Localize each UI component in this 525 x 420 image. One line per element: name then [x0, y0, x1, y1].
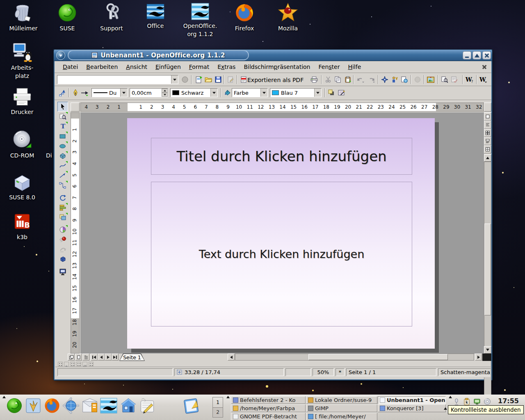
- close-button[interactable]: [482, 51, 491, 59]
- hidden-desktop-icon-partial-label[interactable]: Di: [46, 152, 52, 159]
- tasklist-scroll-icon[interactable]: [444, 407, 447, 410]
- taskbar-window-button[interactable]: /home/Meyer/Farbpa: [231, 404, 306, 412]
- stop-loading-icon[interactable]: [180, 75, 189, 84]
- effects-tool[interactable]: [57, 225, 68, 235]
- menu-item[interactable]: Bildschirmpräsentation: [240, 62, 314, 71]
- horizontal-scrollbar[interactable]: [235, 354, 474, 361]
- horizontal-ruler[interactable]: 4321123456789101112131415161718192021222…: [80, 103, 484, 112]
- openoffice-launcher[interactable]: [99, 396, 118, 415]
- connector-tool[interactable]: [57, 180, 68, 190]
- open-document-icon[interactable]: [204, 75, 213, 84]
- page-tab[interactable]: Seite 1: [119, 354, 145, 361]
- hscroll-right-button[interactable]: [475, 354, 482, 361]
- desktop-icon-k3b[interactable]: B k3b: [4, 211, 40, 241]
- line-color-select[interactable]: Schwarz: [170, 88, 218, 97]
- status-zoom-segment[interactable]: 50%: [313, 368, 334, 376]
- home-folder-launcher[interactable]: [119, 396, 138, 415]
- menu-item[interactable]: Format: [185, 62, 213, 71]
- spin-up-icon[interactable]: [162, 89, 168, 93]
- input-device-tray-icon[interactable]: [452, 397, 461, 406]
- page-mode-button[interactable]: [68, 354, 75, 361]
- slide-page[interactable]: Titel durch Klicken hinzufügen Text durc…: [127, 118, 435, 349]
- guides-icon[interactable]: [76, 362, 81, 366]
- desktop-icon-arbeitsplatz[interactable]: Arbeits- platz: [4, 41, 40, 80]
- window-resize-grip[interactable]: [482, 354, 491, 361]
- new-presentation-icon[interactable]: [194, 75, 203, 84]
- menu-item[interactable]: Bearbeiten: [82, 62, 122, 71]
- konqueror-launcher[interactable]: [62, 396, 80, 415]
- kate-launcher[interactable]: [182, 396, 201, 415]
- next-page-button[interactable]: [105, 354, 112, 361]
- save-document-icon[interactable]: [214, 75, 223, 84]
- hyperlink-circle-icon[interactable]: [413, 75, 422, 84]
- fill-type-select[interactable]: Farbe: [232, 88, 268, 97]
- status-template-segment[interactable]: Schatten-magenta: [438, 368, 491, 376]
- title-placeholder[interactable]: Titel durch Klicken hinzufügen: [151, 138, 412, 175]
- handout-view-button[interactable]: [484, 145, 491, 153]
- w-tool-icon-2[interactable]: W: [479, 75, 488, 84]
- dropdown-arrow-icon[interactable]: [260, 89, 267, 97]
- drawing-view-button[interactable]: [484, 112, 491, 121]
- presentation-tool[interactable]: [57, 267, 68, 276]
- horizontal-scroll-thumb[interactable]: [308, 354, 448, 360]
- menu-item[interactable]: Extras: [213, 62, 240, 71]
- last-page-button[interactable]: [112, 354, 119, 361]
- 3d-objects-tool[interactable]: [57, 151, 68, 161]
- copy-icon[interactable]: [333, 75, 342, 84]
- taskbar-window-button[interactable]: Unbenannt1 - Open: [378, 396, 446, 404]
- window-titlebar[interactable]: Unbenannt1 - OpenOffice.org 1.1.2: [54, 50, 492, 61]
- screen-tray-icon[interactable]: [472, 397, 481, 406]
- desktop-icon-muelleimer[interactable]: Mülleimer: [5, 2, 41, 32]
- kmenu-button[interactable]: [5, 396, 24, 415]
- navigator-icon[interactable]: [380, 75, 389, 84]
- applet-handle-icon[interactable]: [226, 396, 230, 398]
- shadow-toggle-icon[interactable]: [327, 88, 336, 97]
- dropdown-arrow-icon[interactable]: [210, 89, 217, 97]
- url-combobox[interactable]: [57, 75, 178, 84]
- rotation-mode-icon[interactable]: [58, 362, 63, 366]
- snap-object-icon[interactable]: [89, 362, 94, 366]
- master-mode-button[interactable]: [75, 354, 82, 361]
- taskbar-window-button[interactable]: GNOME PDF-Betracht: [231, 413, 306, 420]
- autopilot-icon[interactable]: [390, 75, 399, 84]
- menu-item[interactable]: Ansicht: [122, 62, 151, 71]
- grid-visible-icon[interactable]: [64, 362, 69, 366]
- close-document-icon[interactable]: [482, 64, 487, 70]
- arrange-tool[interactable]: [57, 212, 68, 222]
- first-page-button[interactable]: [91, 354, 98, 361]
- menu-item[interactable]: Datei: [59, 62, 82, 71]
- line-style-select[interactable]: Du: [91, 88, 128, 97]
- curve-tool[interactable]: [57, 161, 68, 171]
- hscroll-left-button[interactable]: [228, 354, 235, 361]
- taskbar-window-button[interactable]: [ file:/home/Meyer/: [306, 413, 377, 420]
- text-tool[interactable]: T: [57, 121, 68, 131]
- desktop-icon-drucker[interactable]: Drucker: [4, 87, 40, 116]
- desktop-icon-support[interactable]: Support: [94, 2, 130, 32]
- outline-view-button[interactable]: [484, 121, 491, 129]
- scroll-up-button[interactable]: [484, 154, 491, 162]
- alignment-tool[interactable]: [57, 203, 68, 212]
- dropdown-arrow-icon[interactable]: [120, 89, 127, 97]
- slide-view-button[interactable]: [484, 129, 491, 137]
- line-width-stepper[interactable]: 0,00cm: [130, 88, 168, 97]
- insert-object-icon[interactable]: [400, 75, 409, 84]
- cut-icon[interactable]: [324, 75, 333, 84]
- menu-item[interactable]: Fenster: [315, 62, 344, 71]
- 3d-controller-tool[interactable]: [57, 254, 68, 264]
- select-tool[interactable]: [57, 102, 68, 112]
- paste-icon[interactable]: [343, 75, 352, 84]
- previous-page-button[interactable]: [98, 354, 105, 361]
- menu-item[interactable]: Hilfe: [344, 62, 365, 71]
- dropdown-arrow-icon[interactable]: [171, 75, 178, 84]
- taskbar-window-button[interactable]: Konqueror [3]: [378, 404, 446, 412]
- klipper-tray-icon[interactable]: k: [462, 397, 471, 406]
- arrow-style-icon[interactable]: [80, 88, 89, 97]
- slide-canvas[interactable]: Titel durch Klicken hinzufügen Text durc…: [80, 112, 484, 354]
- scroll-down-button[interactable]: [484, 346, 491, 354]
- rectangle-tool[interactable]: [57, 131, 68, 141]
- pager-desktop[interactable]: 1: [213, 397, 223, 407]
- status-page-segment[interactable]: Seite 1 / 1: [346, 368, 436, 376]
- snap-grid-icon[interactable]: [70, 362, 75, 366]
- applet-handle-icon[interactable]: [449, 396, 452, 398]
- spellcheck-doc-icon[interactable]: [450, 75, 459, 84]
